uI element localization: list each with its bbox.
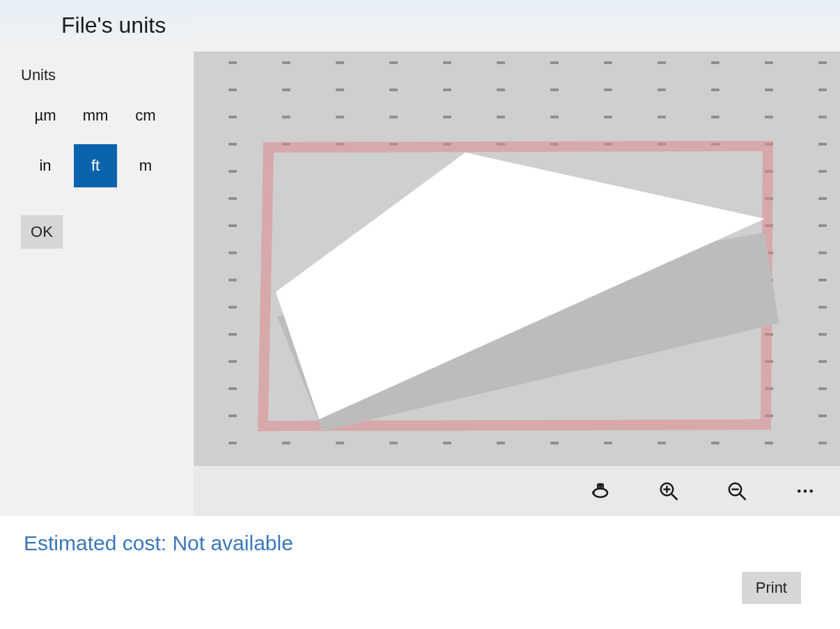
svg-rect-173	[497, 442, 505, 444]
svg-rect-176	[658, 442, 666, 444]
svg-rect-13	[282, 88, 290, 91]
svg-rect-7	[604, 61, 612, 64]
svg-rect-169	[282, 442, 290, 444]
preview-canvas[interactable]	[194, 52, 840, 466]
svg-rect-12	[228, 88, 237, 91]
svg-rect-5	[497, 61, 505, 64]
svg-rect-20	[658, 88, 666, 91]
svg-rect-175	[604, 442, 612, 444]
unit-option-in[interactable]: in	[24, 144, 67, 187]
svg-rect-167	[818, 414, 827, 417]
preview-toolbar	[194, 466, 840, 516]
svg-rect-95	[818, 251, 827, 254]
svg-rect-177	[711, 442, 720, 444]
svg-rect-18	[550, 88, 559, 91]
svg-point-193	[810, 490, 814, 493]
svg-rect-14	[336, 88, 344, 91]
svg-rect-59	[818, 170, 827, 173]
svg-rect-1	[282, 61, 290, 64]
svg-point-183	[600, 485, 602, 487]
svg-rect-108	[228, 306, 237, 309]
svg-rect-33	[711, 116, 720, 118]
svg-rect-31	[604, 116, 612, 118]
svg-rect-27	[389, 116, 398, 118]
svg-rect-28	[443, 116, 451, 118]
svg-rect-3	[389, 61, 398, 64]
zoom-in-icon[interactable]	[655, 477, 683, 505]
svg-rect-32	[658, 116, 666, 118]
svg-point-192	[804, 490, 807, 493]
svg-rect-15	[389, 88, 398, 91]
units-grid: µm mm cm in ft m	[24, 94, 173, 187]
svg-rect-172	[443, 442, 451, 444]
svg-rect-48	[228, 170, 237, 173]
svg-line-185	[671, 494, 678, 500]
svg-rect-131	[818, 333, 827, 336]
svg-rect-84	[228, 251, 237, 254]
unit-option-cm[interactable]: cm	[124, 94, 167, 137]
svg-rect-6	[550, 61, 559, 64]
ok-button[interactable]: OK	[21, 215, 63, 249]
svg-rect-2	[336, 61, 344, 64]
svg-rect-132	[228, 360, 237, 363]
svg-rect-156	[228, 414, 237, 417]
unit-option-ft[interactable]: ft	[74, 144, 117, 187]
svg-rect-155	[818, 387, 827, 390]
svg-rect-4	[443, 61, 451, 64]
svg-rect-21	[711, 88, 720, 91]
svg-rect-22	[765, 88, 773, 91]
zoom-out-icon[interactable]	[723, 477, 751, 505]
unit-option-um[interactable]: µm	[24, 94, 67, 137]
unit-option-m[interactable]: m	[124, 144, 167, 187]
svg-rect-0	[228, 61, 237, 64]
svg-rect-144	[228, 387, 237, 390]
svg-rect-170	[336, 442, 344, 444]
footer: Estimated cost: Not available Print	[0, 516, 840, 629]
svg-rect-143	[818, 360, 827, 363]
svg-rect-10	[765, 61, 773, 64]
units-sidebar: File's units Units µm mm cm in ft m OK	[0, 0, 194, 516]
estimated-cost-label: Estimated cost: Not available	[24, 531, 816, 555]
svg-rect-47	[818, 143, 827, 146]
svg-rect-30	[550, 116, 559, 118]
svg-rect-96	[228, 279, 237, 281]
svg-rect-174	[550, 442, 559, 444]
svg-rect-29	[497, 116, 505, 118]
svg-rect-83	[818, 224, 827, 227]
svg-rect-26	[336, 116, 344, 118]
svg-line-189	[740, 494, 746, 500]
unit-option-mm[interactable]: mm	[74, 94, 117, 137]
svg-rect-11	[818, 61, 827, 64]
rotate-view-icon[interactable]	[586, 477, 614, 505]
svg-rect-23	[818, 88, 827, 91]
svg-point-191	[798, 490, 801, 493]
svg-rect-71	[818, 197, 827, 200]
page-title: File's units	[21, 0, 173, 66]
svg-rect-119	[818, 306, 827, 309]
svg-rect-34	[765, 116, 773, 118]
svg-rect-179	[818, 442, 827, 444]
svg-rect-16	[443, 88, 451, 91]
more-icon[interactable]	[791, 477, 819, 505]
units-section-label: Units	[21, 66, 173, 84]
svg-rect-107	[818, 279, 827, 281]
svg-rect-72	[228, 224, 237, 227]
svg-rect-19	[604, 88, 612, 91]
svg-rect-35	[818, 116, 827, 118]
svg-rect-171	[389, 442, 398, 444]
svg-rect-8	[658, 61, 666, 64]
svg-rect-60	[228, 197, 237, 200]
svg-rect-36	[228, 143, 237, 146]
svg-rect-9	[711, 61, 720, 64]
svg-rect-24	[228, 116, 237, 118]
svg-rect-178	[765, 442, 773, 444]
svg-rect-17	[497, 88, 505, 91]
svg-rect-168	[228, 442, 237, 444]
svg-rect-120	[228, 333, 237, 336]
svg-rect-25	[282, 116, 290, 118]
print-button[interactable]: Print	[742, 572, 801, 604]
